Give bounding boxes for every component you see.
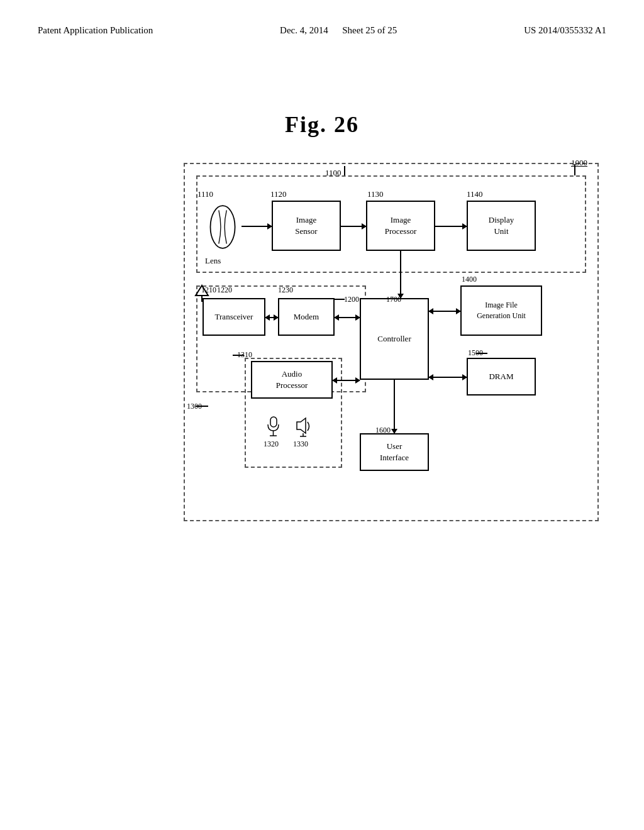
arrow-modem-controller bbox=[335, 317, 360, 318]
arrow-controller-imgfile bbox=[429, 311, 460, 312]
arrow-1500 bbox=[476, 353, 487, 354]
box-1230: Modem bbox=[278, 298, 335, 336]
speaker-icon bbox=[294, 416, 312, 438]
arrow-1100 bbox=[344, 166, 345, 175]
label-image-file-gen: Image FileGeneration Unit bbox=[477, 300, 526, 321]
svg-rect-3 bbox=[270, 417, 277, 427]
label-1600: 1600 bbox=[375, 426, 391, 435]
arrow-1200 bbox=[333, 299, 345, 300]
arrow-controller-dram bbox=[429, 377, 467, 378]
label-user-interface: UserInterface bbox=[380, 441, 409, 463]
figure-title: Fig. 26 bbox=[0, 111, 644, 138]
arrow-1000-indicator bbox=[574, 164, 575, 175]
label-1210: 1210 bbox=[201, 285, 216, 295]
label-1330: 1330 bbox=[293, 440, 308, 449]
arrow-sensor-processor bbox=[341, 226, 366, 227]
label-1140: 1140 bbox=[467, 189, 483, 199]
label-1130: 1130 bbox=[367, 189, 384, 199]
arrow-processor-controller bbox=[400, 251, 401, 298]
label-1000: 1000 bbox=[571, 158, 587, 168]
svg-marker-6 bbox=[297, 418, 306, 433]
page-header: Patent Application Publication Dec. 4, 2… bbox=[0, 0, 644, 36]
label-1230: 1230 bbox=[278, 285, 293, 295]
arrow-controller-ui bbox=[394, 380, 395, 433]
arrow-1300 bbox=[196, 406, 208, 407]
label-1220: 1220 bbox=[217, 285, 232, 295]
arrow-transceiver-modem bbox=[265, 317, 278, 318]
box-1500: DRAM bbox=[467, 358, 536, 396]
label-controller: Controller bbox=[377, 333, 411, 345]
box-1120: ImageSensor bbox=[272, 201, 341, 251]
box-1310: AudioProcessor bbox=[251, 361, 333, 399]
header-center: Dec. 4, 2014 Sheet 25 of 25 bbox=[280, 25, 397, 36]
diagram-area: 1000 1100 1110 Lens ImageSensor 1120 Ima… bbox=[96, 163, 611, 590]
arrow-audio-controller bbox=[333, 380, 360, 381]
lens-icon bbox=[206, 202, 240, 252]
label-lens: Lens bbox=[205, 256, 221, 266]
label-image-sensor: ImageSensor bbox=[295, 214, 317, 237]
label-display-unit: DisplayUnit bbox=[489, 214, 514, 237]
microphone-icon bbox=[265, 416, 281, 438]
label-audio-processor: AudioProcessor bbox=[276, 368, 308, 391]
header-date: Dec. 4, 2014 bbox=[280, 25, 328, 35]
label-1400: 1400 bbox=[462, 275, 477, 284]
header-sheet: Sheet 25 of 25 bbox=[342, 25, 397, 35]
label-1320: 1320 bbox=[264, 440, 279, 449]
arrow-1310 bbox=[233, 355, 244, 356]
label-1700: 1700 bbox=[386, 295, 401, 304]
label-1110: 1110 bbox=[197, 189, 213, 199]
box-1140: DisplayUnit bbox=[467, 201, 536, 251]
box-1600: UserInterface bbox=[360, 433, 429, 471]
header-left: Patent Application Publication bbox=[38, 25, 153, 36]
label-1200: 1200 bbox=[344, 295, 359, 304]
label-1100: 1100 bbox=[325, 168, 341, 178]
label-image-processor: ImageProcessor bbox=[385, 214, 417, 237]
label-1120: 1120 bbox=[270, 189, 287, 199]
arrow-processor-display bbox=[435, 226, 467, 227]
arrow-lens-sensor bbox=[242, 226, 272, 227]
box-1400: Image FileGeneration Unit bbox=[460, 285, 542, 336]
label-modem: Modem bbox=[294, 311, 319, 323]
box-controller: Controller bbox=[360, 298, 429, 380]
label-dram: DRAM bbox=[489, 371, 513, 382]
box-1220: Transceiver bbox=[203, 298, 265, 336]
label-transceiver: Transceiver bbox=[215, 311, 253, 323]
box-1130: ImageProcessor bbox=[366, 201, 435, 251]
svg-point-0 bbox=[211, 206, 235, 248]
header-right: US 2014/0355332 A1 bbox=[524, 25, 606, 36]
